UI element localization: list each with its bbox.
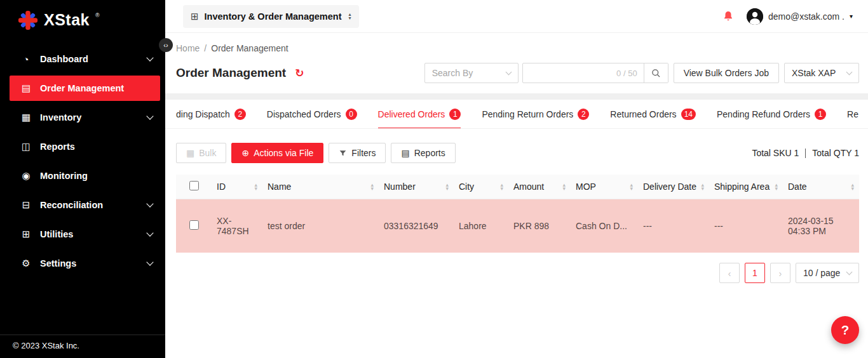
sidebar-item-monitoring[interactable]: ◉ Monitoring bbox=[10, 163, 160, 189]
sidebar: XStak ® ◔ Dashboard ▤ Order Management ▦… bbox=[0, 0, 165, 358]
sidebar-item-reconciliation[interactable]: ⊟ Reconciliation bbox=[10, 192, 160, 218]
tab-clipped[interactable]: Re bbox=[847, 100, 858, 129]
cell-date: 2024-03-15 04:33 PM bbox=[783, 199, 859, 253]
sort-icons: ▴▾ bbox=[775, 183, 778, 190]
filters-button[interactable]: Filters bbox=[329, 143, 386, 163]
breadcrumb-separator: / bbox=[204, 43, 207, 53]
column-header-shipping-area[interactable]: Shipping Area▴▾ bbox=[709, 175, 783, 199]
breadcrumb-home[interactable]: Home bbox=[176, 43, 200, 53]
column-header-mop[interactable]: MOP▴▾ bbox=[571, 175, 638, 199]
sort-icons: ▴▾ bbox=[630, 183, 633, 190]
bulk-button[interactable]: ▦ Bulk bbox=[176, 143, 226, 163]
xstak-logo-icon bbox=[18, 10, 38, 30]
user-menu[interactable]: demo@xstak.com . ▾ bbox=[747, 8, 853, 25]
sidebar-item-label: Utilities bbox=[40, 229, 147, 239]
sidebar-item-utilities[interactable]: ⊞ Utilities bbox=[10, 222, 160, 247]
view-bulk-orders-job-button[interactable]: View Bulk Orders Job bbox=[674, 63, 779, 83]
sort-icons: ▴▾ bbox=[370, 183, 374, 190]
breadcrumb: Home/Order Management bbox=[165, 33, 868, 53]
cell-mop: Cash On D... bbox=[571, 199, 638, 253]
chevron-down-icon bbox=[146, 229, 153, 236]
column-header-number[interactable]: Number▴▾ bbox=[379, 175, 454, 199]
sidebar-item-label: Inventory bbox=[40, 112, 147, 123]
avatar bbox=[747, 8, 763, 25]
cell-id: XX-7487SH bbox=[212, 199, 262, 253]
chevron-down-icon bbox=[846, 268, 853, 275]
column-header-city[interactable]: City▴▾ bbox=[454, 175, 508, 199]
sort-icons: ▴▾ bbox=[562, 183, 566, 190]
main-content: Home/Order Management Order Management ↻… bbox=[165, 33, 868, 283]
refresh-icon[interactable]: ↻ bbox=[295, 67, 304, 80]
pagination-page-1[interactable]: 1 bbox=[745, 263, 765, 283]
page-size-select[interactable]: 10 / page bbox=[796, 263, 859, 283]
chevron-down-icon bbox=[146, 258, 153, 265]
cell-shipping-area: --- bbox=[709, 199, 783, 253]
monitoring-icon: ◉ bbox=[20, 170, 32, 182]
reports-button[interactable]: ▤ Reports bbox=[391, 143, 455, 163]
sidebar-item-label: Monitoring bbox=[40, 171, 153, 181]
sidebar-item-label: Reports bbox=[40, 142, 153, 152]
tab-delivered-orders[interactable]: Delivered Orders 1 bbox=[378, 100, 461, 129]
tab-pending-return-orders[interactable]: Pending Return Orders 2 bbox=[482, 100, 589, 129]
tab-label: Re bbox=[847, 109, 858, 119]
app-switcher-label: Inventory & Order Management bbox=[205, 11, 342, 22]
section-divider bbox=[165, 93, 868, 100]
column-header-amount[interactable]: Amount▴▾ bbox=[508, 175, 571, 199]
app-switcher[interactable]: ⊞ Inventory & Order Management ▴▾ bbox=[183, 5, 359, 28]
sidebar-item-order-management[interactable]: ▤ Order Management bbox=[10, 76, 160, 101]
column-header-date[interactable]: Date▴▾ bbox=[783, 175, 859, 199]
xstak-xap-select[interactable]: XStak XAP bbox=[784, 63, 859, 83]
search-button[interactable] bbox=[644, 63, 668, 83]
cell-number: 03316321649 bbox=[379, 199, 454, 253]
chevron-down-icon bbox=[146, 54, 153, 61]
tab-pending-dispatch[interactable]: ding Dispatch 2 bbox=[176, 100, 246, 129]
sidebar-item-label: Order Management bbox=[40, 83, 153, 93]
actions-via-file-button[interactable]: ⊕ Actions via File bbox=[231, 143, 323, 163]
tab-dispatched-orders[interactable]: Dispatched Orders 0 bbox=[267, 100, 357, 129]
search-by-select[interactable]: Search By bbox=[424, 63, 519, 83]
total-sku: Total SKU 1 bbox=[752, 148, 799, 158]
chevron-down-icon bbox=[846, 69, 853, 75]
tab-label: Dispatched Orders bbox=[267, 109, 341, 119]
orders-table-container: ID▴▾ Name▴▾ Number▴▾ City▴▾ Amount▴▾ MOP… bbox=[165, 163, 868, 253]
sidebar-item-inventory[interactable]: ▦ Inventory bbox=[10, 105, 160, 130]
sidebar-item-settings[interactable]: ⚙ Settings bbox=[10, 251, 160, 276]
tab-count-badge: 0 bbox=[346, 109, 357, 120]
tab-count-badge: 2 bbox=[578, 109, 589, 120]
utilities-icon: ⊞ bbox=[20, 229, 32, 240]
sort-icons: ▴▾ bbox=[254, 183, 257, 190]
page-header: Order Management ↻ Search By 0 / 50 View… bbox=[165, 53, 868, 93]
grid-icon: ⊞ bbox=[191, 11, 199, 22]
document-icon: ▤ bbox=[401, 149, 409, 157]
column-header-name[interactable]: Name▴▾ bbox=[262, 175, 379, 199]
tab-returned-orders[interactable]: Returned Orders 14 bbox=[610, 100, 696, 129]
breadcrumb-current: Order Management bbox=[211, 43, 288, 53]
search-input[interactable] bbox=[523, 68, 616, 78]
user-email: demo@xstak.com . bbox=[768, 11, 844, 22]
pagination-next-button[interactable]: › bbox=[770, 263, 790, 283]
tab-label: ding Dispatch bbox=[176, 109, 230, 119]
pagination-prev-button[interactable]: ‹ bbox=[719, 263, 740, 283]
select-all-checkbox[interactable] bbox=[189, 181, 199, 190]
tab-pending-refund-orders[interactable]: Pending Refund Orders 1 bbox=[717, 100, 826, 129]
sort-icons: ▴▾ bbox=[500, 183, 503, 190]
column-header-id[interactable]: ID▴▾ bbox=[212, 175, 262, 199]
sidebar-item-reports[interactable]: ◫ Reports bbox=[10, 134, 160, 159]
row-checkbox[interactable] bbox=[189, 220, 199, 230]
notification-bell-icon[interactable] bbox=[722, 10, 734, 22]
cell-name: test order bbox=[262, 199, 379, 253]
search-by-placeholder: Search By bbox=[432, 68, 473, 78]
order-management-icon: ▤ bbox=[20, 83, 32, 94]
sidebar-item-label: Reconciliation bbox=[40, 200, 147, 210]
table-row[interactable]: XX-7487SH test order 03316321649 Lahore … bbox=[176, 199, 859, 253]
sidebar-collapse-button[interactable]: ‹› bbox=[159, 38, 173, 52]
sidebar-item-dashboard[interactable]: ◔ Dashboard bbox=[10, 46, 160, 72]
column-header-delivery-date[interactable]: Delivery Date▴▾ bbox=[638, 175, 709, 199]
sort-icons: ▴▾ bbox=[445, 183, 449, 190]
totals-summary: Total SKU 1 Total QTY 1 bbox=[752, 148, 859, 158]
sidebar-menu: ◔ Dashboard ▤ Order Management ▦ Invento… bbox=[0, 41, 165, 276]
copyright: © 2023 XStak Inc. bbox=[0, 335, 165, 358]
help-button[interactable]: ? bbox=[831, 316, 859, 344]
tab-label: Returned Orders bbox=[610, 109, 676, 119]
chevron-down-icon bbox=[146, 112, 153, 119]
